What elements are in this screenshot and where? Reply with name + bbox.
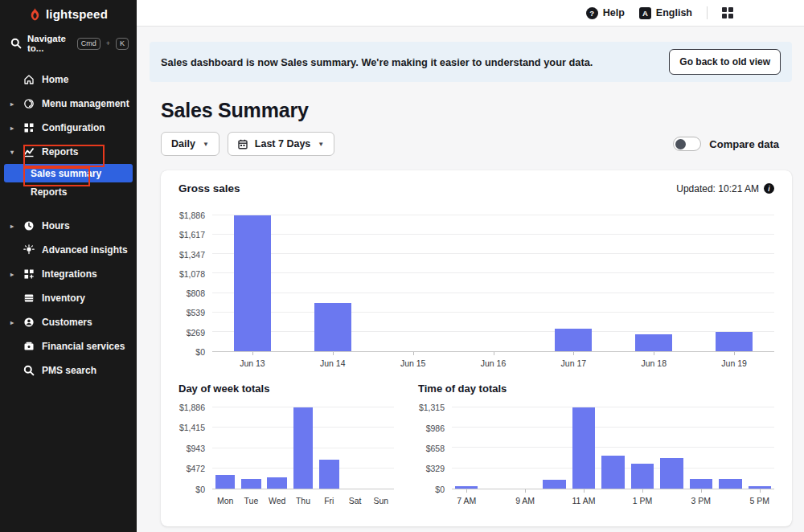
- bar-mon[interactable]: [215, 475, 236, 489]
- chevron-right-icon[interactable]: ▸: [10, 319, 23, 326]
- bar-slot: [745, 407, 774, 489]
- help-button[interactable]: ? Help: [586, 7, 625, 19]
- sidebar-item-label: Financial services: [42, 341, 125, 352]
- bar-slot: [598, 407, 627, 489]
- bar-10-am[interactable]: [543, 480, 565, 489]
- bar-1-pm[interactable]: [631, 464, 654, 489]
- bar-jun-17[interactable]: [555, 329, 592, 351]
- bar-slot: [569, 407, 598, 489]
- bar-wed[interactable]: [267, 477, 287, 489]
- bar-3-pm[interactable]: [690, 479, 712, 489]
- x-tick-label: [657, 489, 686, 505]
- sidebar-item-hours[interactable]: ▸Hours: [0, 214, 137, 238]
- chevron-right-icon[interactable]: ▸: [10, 125, 23, 132]
- x-tick-label: Thu: [290, 489, 316, 505]
- card-title: Gross sales: [178, 182, 240, 194]
- date-range-dropdown[interactable]: Last 7 Days ▼: [228, 132, 334, 156]
- search-icon: [10, 38, 22, 49]
- y-axis: $0$329$658$986$1,315: [418, 407, 452, 489]
- bar-2-pm[interactable]: [660, 458, 683, 489]
- x-axis: Jun 13Jun 14Jun 15Jun 16Jun 17Jun 18Jun …: [212, 352, 774, 368]
- content-area: Sales dashboard is now Sales summary. We…: [137, 27, 804, 532]
- plot-area: [212, 215, 774, 352]
- sidebar-item-label: Menu management: [42, 98, 129, 109]
- language-icon: A: [639, 7, 651, 19]
- sidebar-item-label: Sales summary: [31, 168, 101, 179]
- x-tick-label: [598, 489, 627, 505]
- language-button[interactable]: A English: [639, 7, 692, 19]
- bar-fri[interactable]: [319, 460, 339, 489]
- chevron-down-icon[interactable]: ▾: [10, 149, 23, 156]
- y-tick-label: $0: [195, 485, 205, 494]
- lightspeed-logo[interactable]: lightspeed: [0, 0, 137, 26]
- x-tick-label: Jun 15: [373, 352, 453, 368]
- customers-icon: [23, 317, 35, 329]
- bar-tue[interactable]: [241, 479, 261, 489]
- bar-slot: [694, 215, 774, 351]
- info-icon[interactable]: i: [764, 183, 774, 194]
- language-label: English: [656, 7, 692, 18]
- sidebar-search[interactable]: Navigate to... Cmd + K: [0, 26, 137, 61]
- plot-area: [452, 407, 774, 489]
- sidebar-item-menu-management[interactable]: ▸Menu management: [0, 92, 137, 116]
- help-label: Help: [603, 7, 625, 18]
- bar-jun-13[interactable]: [234, 215, 271, 351]
- sidebar-item-configuration[interactable]: ▸Configuration: [0, 116, 137, 140]
- x-tick-mark: [494, 352, 494, 355]
- apps-grid-icon[interactable]: [722, 7, 733, 18]
- frequency-dropdown[interactable]: Daily ▼: [161, 132, 219, 156]
- sidebar-item-customers[interactable]: ▸Customers: [0, 310, 137, 334]
- updated-text: Updated: 10:21 AM: [676, 183, 759, 194]
- x-tick-mark: [734, 352, 735, 355]
- x-axis: 7 AM9 AM11 AM1 PM3 PM5 PM: [452, 489, 774, 505]
- bar-slot: [539, 407, 568, 489]
- x-tick-label: 7 AM: [452, 489, 481, 505]
- x-tick-label: Wed: [265, 489, 290, 505]
- bar-slot: [212, 215, 293, 351]
- bar-jun-14[interactable]: [314, 303, 351, 351]
- bar-slot: [533, 215, 613, 351]
- page-title: Sales Summary: [161, 99, 781, 122]
- sidebar-item-pms-search[interactable]: PMS search: [0, 358, 137, 383]
- chevron-right-icon[interactable]: ▸: [10, 223, 23, 230]
- y-tick-label: $943: [187, 444, 205, 453]
- sidebar-item-integrations[interactable]: ▸Integrations: [0, 262, 137, 286]
- compare-data-control: Compare data: [673, 137, 779, 151]
- go-back-old-view-button[interactable]: Go back to old view: [669, 49, 781, 75]
- x-tick-label: 3 PM: [687, 489, 716, 505]
- y-tick-label: $472: [187, 464, 205, 473]
- sidebar-item-advanced-insights[interactable]: Advanced insights: [0, 238, 137, 262]
- bar-12-pm[interactable]: [601, 456, 624, 489]
- compare-data-toggle[interactable]: [673, 137, 701, 151]
- bar-jun-19[interactable]: [716, 332, 753, 351]
- chevron-down-icon: ▼: [318, 141, 324, 148]
- main-area: ? Help A English Sales dashboard is now …: [137, 0, 804, 532]
- sidebar-item-inventory[interactable]: Inventory: [0, 286, 137, 310]
- sidebar-item-reports[interactable]: Reports: [0, 182, 137, 201]
- bar-11-am[interactable]: [572, 407, 595, 489]
- chevron-right-icon[interactable]: ▸: [10, 271, 23, 278]
- bar-thu[interactable]: [293, 407, 314, 489]
- menu-management-icon: [23, 98, 35, 110]
- bar-7-am[interactable]: [455, 486, 478, 489]
- sidebar-item-sales-summary[interactable]: Sales summary: [4, 164, 133, 182]
- x-tick-mark: [333, 352, 334, 355]
- bar-4-pm[interactable]: [719, 479, 741, 489]
- sidebar-item-reports[interactable]: ▾Reports: [0, 140, 137, 164]
- x-tick-label: 9 AM: [511, 489, 539, 505]
- bar-jun-18[interactable]: [635, 334, 672, 351]
- updated-timestamp: Updated: 10:21 AM i: [676, 183, 774, 194]
- y-tick-label: $986: [426, 424, 445, 433]
- calendar-icon: [238, 139, 248, 149]
- y-tick-label: $1,315: [419, 403, 445, 412]
- bar-slot: [373, 215, 453, 351]
- filter-bar: Daily ▼ Last 7 Days ▼ Compare data: [161, 132, 781, 156]
- bar-slot: [511, 407, 539, 489]
- x-tick-mark: [525, 489, 526, 493]
- y-tick-label: $1,078: [179, 269, 205, 279]
- chevron-right-icon[interactable]: ▸: [10, 100, 23, 108]
- sidebar-item-home[interactable]: Home: [0, 68, 137, 92]
- bar-5-pm[interactable]: [749, 486, 771, 489]
- x-tick-mark: [760, 489, 761, 493]
- sidebar-item-financial-services[interactable]: Financial services: [0, 334, 137, 358]
